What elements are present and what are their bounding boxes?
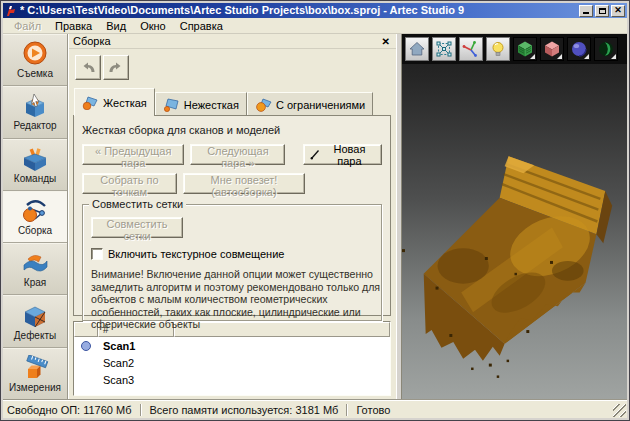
status-divider	[140, 404, 142, 416]
align-meshes-group: Совместить сетки Совместить сетки Включи…	[82, 204, 382, 321]
sidebar-item-edges[interactable]: Края	[3, 243, 67, 295]
minimize-icon	[583, 12, 589, 14]
menu-window[interactable]: Окно	[133, 19, 173, 33]
maximize-icon	[599, 8, 606, 14]
new-pair-button[interactable]: Новая пара	[303, 144, 382, 165]
sidebar-item-label: Команды	[14, 173, 56, 184]
auto-align-button[interactable]: Мне повезет! (автосборка)	[183, 173, 305, 194]
sidebar-item-label: Съемка	[17, 68, 53, 79]
scan-row-scan2[interactable]: Scan2	[74, 354, 390, 371]
axes-icon	[462, 40, 480, 58]
menu-view[interactable]: Вид	[99, 19, 133, 33]
editor-icon	[21, 93, 49, 119]
tab-nonrigid[interactable]: Нежесткая	[155, 92, 247, 116]
close-button[interactable]: ✕	[611, 5, 625, 17]
smooth-render-icon	[570, 40, 588, 58]
sidebar-item-measures[interactable]: Измерения	[3, 348, 67, 400]
lighting-button[interactable]	[486, 37, 510, 61]
tab-rigid[interactable]: Жесткая	[74, 88, 155, 116]
tab-constrained[interactable]: С ограничениями	[247, 92, 373, 116]
close-icon: ✕	[614, 6, 622, 15]
sidebar-item-defects[interactable]: Дефекты	[3, 295, 67, 347]
undo-button[interactable]	[75, 55, 101, 80]
sidebar-item-alignment[interactable]: Сборка	[3, 191, 67, 243]
panel-close-icon[interactable]: ✕	[380, 36, 392, 47]
tab-label: Нежесткая	[184, 99, 239, 111]
scan-list: # Scan1 Scan2 Scan3	[73, 321, 391, 396]
alignment-panel: Сборка ✕ Жесткая Нежесткая	[68, 34, 396, 400]
home-view-button[interactable]	[405, 37, 429, 61]
alignment-icon	[21, 198, 49, 224]
viewport-toolbar	[402, 34, 627, 64]
tab-description: Жесткая сборка для сканов и моделей	[82, 124, 382, 136]
sidebar-item-label: Края	[24, 277, 46, 288]
scan-name: Scan2	[98, 357, 134, 369]
window-title: * C:\Users\TestVideo\Documents\Artec Stu…	[20, 4, 576, 17]
fit-view-button[interactable]	[432, 37, 456, 61]
textured-render-button[interactable]	[513, 37, 537, 61]
align-meshes-button[interactable]: Совместить сетки	[91, 217, 183, 238]
app-window: * C:\Users\TestVideo\Documents\Artec Stu…	[0, 0, 630, 421]
tab-label: С ограничениями	[276, 99, 365, 111]
rigid-tab-page: Жесткая сборка для сканов и моделей « Пр…	[73, 115, 391, 316]
minimize-button[interactable]	[579, 5, 593, 17]
flat-render-icon	[543, 40, 561, 58]
previous-pair-button[interactable]: « Предыдущая пара	[82, 144, 184, 165]
scan-row-scan3[interactable]: Scan3	[74, 371, 390, 388]
warning-text: Внимание! Включение данной опции может с…	[91, 268, 393, 331]
menu-file: Файл	[7, 19, 48, 33]
defects-icon	[21, 303, 49, 329]
smooth-render-button[interactable]	[567, 37, 591, 61]
align-by-points-button[interactable]: Собрать по точкам	[82, 173, 177, 194]
rigid-tab-icon	[82, 96, 99, 110]
sidebar: Съемка Редактор Команды Сборка Края Дефе…	[3, 34, 68, 400]
flat-render-button[interactable]	[540, 37, 564, 61]
resize-grip[interactable]	[613, 404, 626, 417]
fit-view-icon	[435, 40, 453, 58]
xray-render-button[interactable]	[594, 37, 618, 61]
redo-button[interactable]	[103, 55, 129, 80]
menubar: Файл Правка Вид Окно Справка	[3, 18, 627, 34]
current-scan-marker-icon	[81, 341, 91, 351]
sidebar-item-capture[interactable]: Съемка	[3, 34, 67, 86]
sidebar-item-label: Редактор	[13, 120, 56, 131]
alignment-tabs: Жесткая Нежесткая С ограничениями	[74, 88, 373, 116]
3d-scanned-box-object	[402, 34, 627, 397]
axes-toggle-button[interactable]	[459, 37, 483, 61]
free-memory-status: Свободно ОП: 11760 Мб	[7, 404, 132, 416]
undo-icon	[79, 60, 97, 76]
scan-name: Scan3	[98, 374, 134, 386]
panel-title: Сборка	[73, 35, 380, 47]
xray-render-icon	[597, 40, 615, 58]
sidebar-item-editor[interactable]: Редактор	[3, 86, 67, 138]
sidebar-item-commands[interactable]: Команды	[3, 139, 67, 191]
scan-row-scan1[interactable]: Scan1	[74, 337, 390, 354]
measures-icon	[21, 355, 49, 381]
undo-redo-group	[75, 55, 129, 80]
capture-icon	[21, 41, 49, 67]
texture-alignment-checkbox[interactable]	[91, 248, 103, 260]
menu-edit[interactable]: Правка	[48, 19, 99, 33]
pencil-icon	[310, 149, 320, 160]
new-pair-label: Новая пара	[324, 143, 375, 167]
commands-icon	[21, 146, 49, 172]
panel-header: Сборка ✕	[69, 34, 396, 49]
sidebar-item-label: Дефекты	[14, 330, 56, 341]
redo-icon	[107, 60, 125, 76]
scan-name: Scan1	[98, 340, 135, 352]
statusbar: Свободно ОП: 11760 Мб Всего памяти испол…	[3, 400, 627, 418]
tab-label: Жесткая	[103, 97, 147, 109]
texture-alignment-label: Включить текстурное совмещение	[108, 248, 284, 260]
sidebar-item-label: Измерения	[9, 382, 61, 393]
sidebar-item-label: Сборка	[18, 225, 52, 236]
3d-viewport[interactable]	[402, 34, 627, 400]
next-pair-button[interactable]: Следующая пара »	[190, 144, 285, 165]
app-icon	[5, 5, 17, 17]
total-memory-status: Всего памяти используется: 3181 Мб	[150, 404, 339, 416]
lighting-icon	[489, 40, 507, 58]
status-divider	[346, 404, 348, 416]
maximize-button[interactable]	[595, 5, 609, 17]
menu-help[interactable]: Справка	[173, 19, 230, 33]
titlebar[interactable]: * C:\Users\TestVideo\Documents\Artec Stu…	[3, 3, 627, 18]
constrained-tab-icon	[255, 98, 272, 112]
